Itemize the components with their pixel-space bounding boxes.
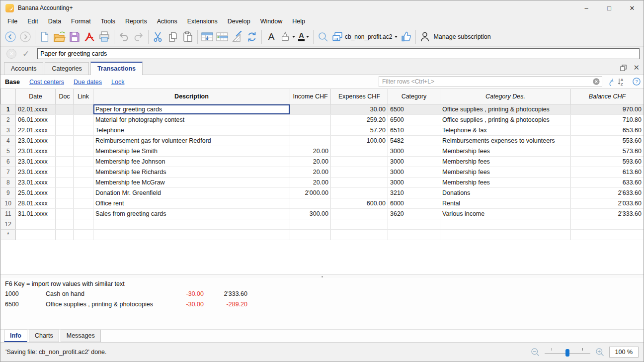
cell-income[interactable]: 20.00 [290, 157, 331, 167]
text-color-button[interactable]: A [296, 29, 311, 45]
cell-income[interactable] [290, 115, 331, 125]
confirm-entry-button[interactable]: ✓ [22, 49, 29, 59]
add-row-button[interactable] [200, 29, 215, 45]
cell-date[interactable]: 31.01.xxxx [16, 209, 56, 219]
row-number[interactable]: 2 [1, 115, 16, 125]
cell-category[interactable] [388, 230, 440, 240]
minimize-button[interactable]: – [575, 0, 598, 15]
cell-description[interactable]: Membership fee Johnson [93, 157, 290, 167]
cell-category[interactable]: 3000 [388, 146, 440, 157]
cut-button[interactable] [151, 29, 165, 45]
row-number[interactable]: 11 [1, 209, 16, 219]
row-number[interactable]: * [1, 230, 16, 240]
cell-expenses[interactable]: 600.00 [331, 198, 388, 209]
tab-accounts[interactable]: Accounts [4, 62, 43, 75]
menu-actions[interactable]: Actions [152, 16, 182, 26]
cell-income[interactable] [290, 219, 331, 230]
cell-category[interactable]: 3620 [388, 209, 440, 219]
cell-description[interactable]: Membership fee Richards [93, 167, 290, 178]
column-header-catdes[interactable]: Category Des. [440, 89, 571, 104]
cell-doc[interactable] [56, 125, 74, 136]
cell-balance[interactable]: 593.60 [571, 157, 644, 167]
cell-doc[interactable] [56, 167, 74, 178]
close-button[interactable]: ✕ [621, 0, 644, 15]
cell-income[interactable] [290, 125, 331, 136]
zoom-in-button[interactable] [595, 347, 605, 357]
zoom-slider[interactable] [545, 347, 590, 357]
cell-link[interactable] [74, 178, 93, 188]
cell-income[interactable] [290, 198, 331, 209]
column-header-exp[interactable]: Expenses CHF [331, 89, 388, 104]
cell-category[interactable]: 6500 [388, 104, 440, 115]
cell-category[interactable]: 3000 [388, 157, 440, 167]
file-switcher[interactable]: cb_non_profit.ac2 [330, 29, 399, 45]
new-file-button[interactable] [37, 29, 52, 45]
cell-link[interactable] [74, 198, 93, 209]
copy-button[interactable] [165, 29, 180, 45]
filter-rows-input[interactable] [379, 76, 602, 87]
menu-data[interactable]: Data [43, 16, 66, 26]
cell-balance[interactable] [571, 219, 644, 230]
cell-expenses[interactable] [331, 219, 388, 230]
bottom-tab-messages[interactable]: Messages [61, 330, 101, 342]
zoom-level[interactable]: 100 % [609, 347, 639, 358]
cell-description[interactable]: Paper for greeting cards [93, 104, 290, 115]
insert-row-button[interactable] [215, 29, 230, 45]
cell-description[interactable]: Donation Mr. Greenfield [93, 188, 290, 198]
print-button[interactable] [97, 29, 112, 45]
cell-income[interactable]: 20.00 [290, 167, 331, 178]
cell-doc[interactable] [56, 219, 74, 230]
cell-doc[interactable] [56, 230, 74, 240]
cell-doc[interactable] [56, 198, 74, 209]
column-header-date[interactable]: Date [16, 89, 56, 104]
cell-expenses[interactable] [331, 178, 388, 188]
cell-income[interactable]: 20.00 [290, 178, 331, 188]
filter-clear-button[interactable] [592, 78, 600, 86]
cell-description[interactable]: Material for photography contest [93, 115, 290, 125]
cell-balance[interactable]: 2'333.60 [571, 209, 644, 219]
cell-date[interactable]: 22.01.xxxx [16, 125, 56, 136]
cell-balance[interactable]: 2'633.60 [571, 188, 644, 198]
cell-balance[interactable]: 613.60 [571, 167, 644, 178]
cell-description[interactable]: Office rent [93, 198, 290, 209]
open-file-button[interactable] [52, 29, 67, 45]
cell-date[interactable]: 23.01.xxxx [16, 157, 56, 167]
cell-date[interactable] [16, 230, 56, 240]
cell-date[interactable]: 28.01.xxxx [16, 198, 56, 209]
save-button[interactable] [67, 29, 82, 45]
cell-doc[interactable] [56, 209, 74, 219]
column-header-cat[interactable]: Category [388, 89, 440, 104]
column-header-bal[interactable]: Balance CHF [571, 89, 644, 104]
cell-category-des[interactable]: Office supplies , printing & photocopies [440, 115, 571, 125]
cell-category-des[interactable]: Telephone & fax [440, 125, 571, 136]
cell-link[interactable] [74, 104, 93, 115]
cell-category[interactable]: 3000 [388, 178, 440, 188]
cell-doc[interactable] [56, 146, 74, 157]
menu-tools[interactable]: Tools [96, 16, 120, 26]
cell-date[interactable]: 02.01.xxxx [16, 104, 56, 115]
cell-balance[interactable]: 2'033.60 [571, 198, 644, 209]
maximize-button[interactable]: □ [598, 0, 621, 15]
row-number[interactable]: 3 [1, 125, 16, 136]
cell-date[interactable]: 23.01.xxxx [16, 136, 56, 146]
cell-income[interactable] [290, 136, 331, 146]
cell-category[interactable]: 3210 [388, 188, 440, 198]
column-header-inc[interactable]: Income CHF [290, 89, 331, 104]
cell-date[interactable]: 23.01.xxxx [16, 178, 56, 188]
back-button[interactable] [3, 29, 18, 45]
cell-category-des[interactable]: Donations [440, 188, 571, 198]
bottom-tab-charts[interactable]: Charts [29, 330, 59, 342]
column-header-desc[interactable]: Description [93, 89, 290, 104]
cell-doc[interactable] [56, 136, 74, 146]
forward-button[interactable] [18, 29, 33, 45]
row-number[interactable]: 8 [1, 178, 16, 188]
cell-expenses[interactable] [331, 167, 388, 178]
cell-link[interactable] [74, 115, 93, 125]
search-button[interactable] [316, 29, 330, 45]
cell-expenses[interactable]: 57.20 [331, 125, 388, 136]
paste-button[interactable] [180, 29, 195, 45]
cell-date[interactable] [16, 219, 56, 230]
float-window-button[interactable] [620, 64, 627, 72]
manage-subscription-button[interactable]: Manage subscription [418, 29, 491, 45]
cell-income[interactable] [290, 230, 331, 240]
